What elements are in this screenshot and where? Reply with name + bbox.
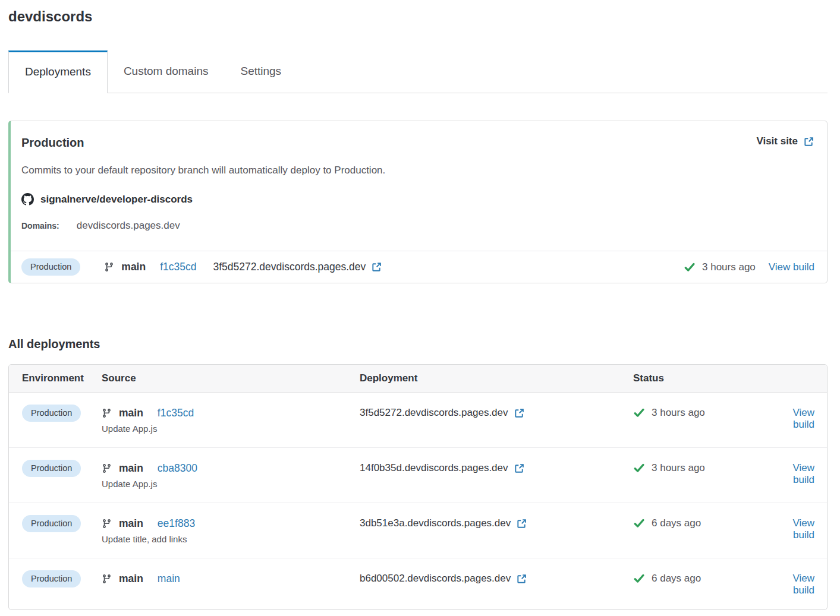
deployment-url-link[interactable]: 3f5d5272.devdiscords.pages.dev <box>213 261 382 273</box>
check-icon <box>684 261 696 273</box>
table-row: Production main f1c35cd Update App.js 3f… <box>9 393 827 447</box>
view-build-link[interactable]: View build <box>770 515 814 541</box>
status-time: 6 days ago <box>652 573 701 585</box>
deployment-url: b6d00502.devdiscords.pages.dev <box>360 573 511 585</box>
branch-name: main <box>119 407 143 419</box>
check-icon <box>633 517 645 529</box>
git-branch-icon <box>102 519 112 529</box>
status-time: 3 hours ago <box>652 462 705 474</box>
environment-badge: Production <box>22 515 81 532</box>
view-build-link[interactable]: View build <box>770 570 814 596</box>
branch-name: main <box>121 261 146 273</box>
commit-message: Update App.js <box>102 424 360 434</box>
branch-name: main <box>119 462 143 475</box>
deployment-url: 3f5d5272.devdiscords.pages.dev <box>360 407 508 419</box>
production-deployment-row: Production main f1c35cd 3f5d5272.devdisc… <box>11 251 827 283</box>
environment-badge: Production <box>22 405 81 422</box>
production-card-title: Production <box>21 135 84 150</box>
external-link-icon <box>371 261 382 273</box>
commit-message: Update title, add links <box>102 534 360 545</box>
visit-site-link[interactable]: Visit site <box>756 135 814 147</box>
commit-link[interactable]: ee1f883 <box>158 517 195 530</box>
environment-cell: Production <box>22 460 102 477</box>
deployment-url: 14f0b35d.devdiscords.pages.dev <box>360 462 508 474</box>
environment-badge: Production <box>22 570 81 587</box>
status-cell: 6 days ago <box>633 515 770 529</box>
status-cell: 3 hours ago <box>633 460 770 474</box>
commit-link[interactable]: cba8300 <box>158 462 197 475</box>
environment-cell: Production <box>22 515 102 532</box>
git-branch-icon <box>102 574 112 584</box>
source-cell: main cba8300 Update App.js <box>102 460 360 489</box>
page: devdiscords Deployments Custom domains S… <box>0 8 840 610</box>
git-branch-icon <box>104 262 114 272</box>
branch-name: main <box>119 517 143 530</box>
column-header-deployment: Deployment <box>360 372 633 384</box>
git-branch-icon <box>102 408 112 418</box>
domains-row: Domains: devdiscords.pages.dev <box>21 220 814 232</box>
column-header-status: Status <box>633 372 814 384</box>
tab[interactable]: Settings <box>224 50 297 93</box>
repository-name: signalnerve/developer-discords <box>40 194 193 206</box>
environment-cell: Production <box>22 405 102 422</box>
production-card: Production Visit site Commits to your de… <box>8 121 828 283</box>
commit-link[interactable]: f1c35cd <box>158 407 194 419</box>
all-deployments-title: All deployments <box>8 337 828 352</box>
table-row: Production main ee1f883 Update title, ad… <box>9 503 827 558</box>
status-time: 3 hours ago <box>702 261 756 273</box>
deployment-url-link[interactable]: 3db51e3a.devdiscords.pages.dev <box>360 515 633 529</box>
branch-name: main <box>119 573 143 585</box>
external-link-icon <box>514 463 525 474</box>
table-row: Production main cba8300 Update App.js 14… <box>9 447 827 503</box>
environment-cell: Production <box>22 570 102 587</box>
deployment-url: 3f5d5272.devdiscords.pages.dev <box>213 261 366 273</box>
commit-link[interactable]: f1c35cd <box>160 261 196 273</box>
table-header: Environment Source Deployment Status <box>9 365 827 393</box>
tab-bar: Deployments Custom domains Settings <box>8 50 828 93</box>
column-header-environment: Environment <box>22 372 102 384</box>
external-link-icon <box>516 573 527 585</box>
environment-badge: Production <box>21 258 80 276</box>
source-cell: main f1c35cd Update App.js <box>102 405 360 434</box>
external-link-icon <box>803 136 814 147</box>
environment-badge: Production <box>22 460 81 477</box>
tab[interactable]: Custom domains <box>108 50 225 93</box>
git-branch-icon <box>102 463 112 473</box>
status-time: 3 hours ago <box>652 407 705 419</box>
deployment-url-link[interactable]: b6d00502.devdiscords.pages.dev <box>360 570 633 585</box>
check-icon <box>633 407 645 419</box>
status-cell: 3 hours ago <box>633 405 770 419</box>
source-cell: main main <box>102 570 360 585</box>
repository-link[interactable]: signalnerve/developer-discords <box>21 193 814 206</box>
page-title: devdiscords <box>8 8 828 25</box>
deployment-url-link[interactable]: 3f5d5272.devdiscords.pages.dev <box>360 405 633 419</box>
table-row: Production main main b6d00502.devdiscord… <box>9 558 827 609</box>
check-icon <box>633 462 645 474</box>
deployment-url: 3db51e3a.devdiscords.pages.dev <box>360 517 511 529</box>
external-link-icon <box>514 407 525 419</box>
production-description: Commits to your default repository branc… <box>21 164 814 176</box>
status-time: 6 days ago <box>652 517 701 529</box>
status-cell: 6 days ago <box>633 570 770 585</box>
commit-link[interactable]: main <box>158 573 180 585</box>
domains-label: Domains: <box>21 221 59 230</box>
deployments-table: Environment Source Deployment Status Pro… <box>8 364 828 610</box>
tab[interactable]: Deployments <box>8 50 108 93</box>
domains-value: devdiscords.pages.dev <box>77 220 180 232</box>
source-cell: main ee1f883 Update title, add links <box>102 515 360 545</box>
external-link-icon <box>516 518 527 529</box>
commit-message: Update App.js <box>102 479 360 489</box>
view-build-link[interactable]: View build <box>770 460 814 486</box>
visit-site-label: Visit site <box>756 135 798 147</box>
check-icon <box>633 573 645 585</box>
view-build-link[interactable]: View build <box>770 405 814 431</box>
deployment-url-link[interactable]: 14f0b35d.devdiscords.pages.dev <box>360 460 633 474</box>
github-icon <box>21 193 34 206</box>
column-header-source: Source <box>102 372 360 384</box>
view-build-link[interactable]: View build <box>769 261 814 273</box>
